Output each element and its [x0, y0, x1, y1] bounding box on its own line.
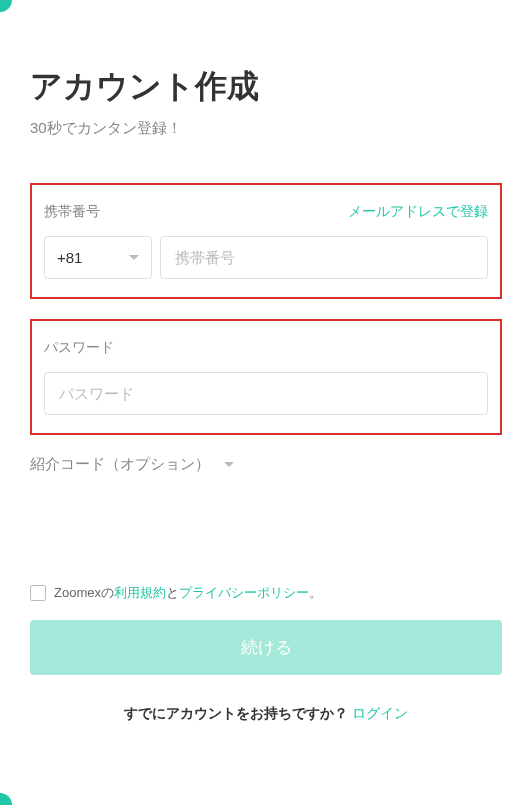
login-link[interactable]: ログイン [352, 705, 408, 721]
decorative-corner [0, 793, 12, 805]
phone-input-row: +81 [44, 236, 488, 279]
password-input[interactable] [44, 372, 488, 415]
password-field-header: パスワード [44, 339, 488, 357]
chevron-down-icon [224, 462, 234, 467]
page-subtitle: 30秒でカンタン登録！ [30, 119, 502, 138]
phone-field-header: 携帯番号 メールアドレスで登録 [44, 203, 488, 221]
terms-prefix: Zoomexの [54, 585, 114, 600]
referral-code-toggle[interactable]: 紹介コード（オプション） [30, 455, 502, 474]
page-title: アカウント作成 [30, 65, 502, 109]
phone-input[interactable] [160, 236, 488, 279]
chevron-down-icon [129, 255, 139, 260]
terms-suffix: 。 [309, 585, 322, 600]
country-code-value: +81 [57, 249, 82, 266]
phone-field-group: 携帯番号 メールアドレスで登録 +81 [30, 183, 502, 299]
terms-checkbox[interactable] [30, 585, 46, 601]
terms-row: Zoomexの利用規約とプライバシーポリシー。 [30, 584, 502, 602]
password-field-group: パスワード [30, 319, 502, 435]
terms-connector: と [166, 585, 179, 600]
toggle-email-signup-link[interactable]: メールアドレスで登録 [348, 203, 488, 221]
privacy-policy-link[interactable]: プライバシーポリシー [179, 585, 309, 600]
signup-form: アカウント作成 30秒でカンタン登録！ 携帯番号 メールアドレスで登録 +81 … [0, 0, 532, 753]
login-prompt-row: すでにアカウントをお持ちですか？ ログイン [30, 705, 502, 723]
phone-label: 携帯番号 [44, 203, 100, 221]
login-prompt-text: すでにアカウントをお持ちですか？ [124, 705, 352, 721]
referral-label: 紹介コード（オプション） [30, 455, 210, 474]
terms-text: Zoomexの利用規約とプライバシーポリシー。 [54, 584, 322, 602]
password-label: パスワード [44, 339, 114, 357]
terms-of-service-link[interactable]: 利用規約 [114, 585, 166, 600]
country-code-select[interactable]: +81 [44, 236, 152, 279]
continue-button[interactable]: 続ける [30, 620, 502, 675]
